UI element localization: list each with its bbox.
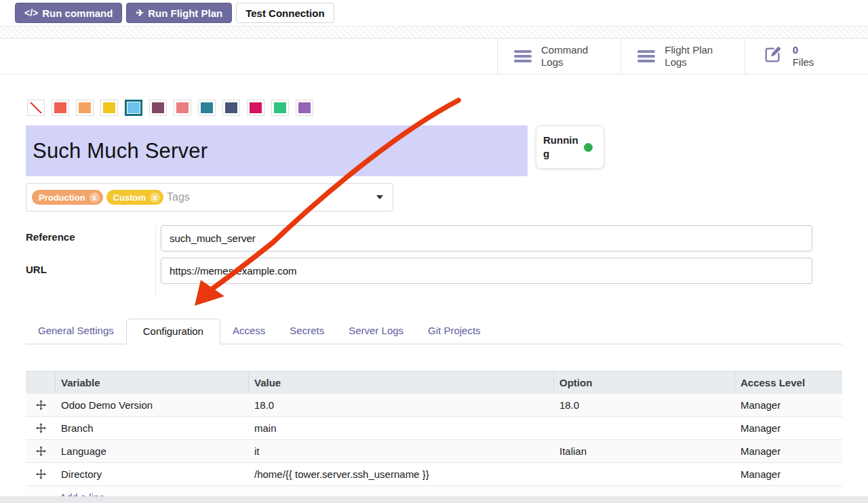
stat-button-group: Command Logs Flight Plan Logs 0 Files <box>497 39 868 74</box>
test-connection-button[interactable]: Test Connection <box>236 3 334 23</box>
dropdown-caret-icon[interactable] <box>376 195 383 199</box>
table-row[interactable]: Directory /home/{{ tower.server.ssh_user… <box>26 463 842 486</box>
code-icon: </> <box>24 7 38 18</box>
tag-remove-icon[interactable]: x <box>150 193 160 203</box>
flight-plan-logs-stat-button[interactable]: Flight Plan Logs <box>620 39 744 74</box>
reference-field-label: Reference <box>26 231 155 264</box>
stat-label-line2: Logs <box>541 56 564 68</box>
color-swatch-none[interactable] <box>27 100 45 116</box>
command-logs-stat-button[interactable]: Command Logs <box>497 39 620 74</box>
color-swatch[interactable] <box>222 100 240 116</box>
color-swatch[interactable] <box>52 100 69 116</box>
color-swatch[interactable] <box>174 100 191 116</box>
divider-strip <box>0 26 868 39</box>
table-row[interactable]: Language it Italian Manager <box>26 440 842 463</box>
cell-variable[interactable]: Branch <box>56 417 249 439</box>
tag-remove-icon[interactable]: x <box>90 193 100 203</box>
drag-handle-icon[interactable] <box>26 440 56 462</box>
color-swatch[interactable] <box>198 100 216 116</box>
record-title-field[interactable]: Such Much Server <box>26 125 528 176</box>
page-bottom-strip <box>0 496 868 503</box>
tab-general-settings[interactable]: General Settings <box>26 319 126 344</box>
list-icon <box>514 50 532 62</box>
record-fields: Reference URL <box>26 225 868 296</box>
cell-option[interactable]: Italian <box>554 440 735 462</box>
tab-git-projects[interactable]: Git Projects <box>416 319 493 344</box>
tag-label: Custom <box>113 193 146 203</box>
cell-value[interactable]: 18.0 <box>249 394 554 416</box>
color-swatch[interactable] <box>76 100 94 116</box>
run-command-label: Run command <box>42 7 113 19</box>
status-label: Running <box>543 134 578 161</box>
cell-access-level[interactable]: Manager <box>735 463 842 485</box>
form-sheet: Such Much Server Running Production x Cu… <box>0 100 868 503</box>
cell-option[interactable] <box>554 417 735 439</box>
cell-variable[interactable]: Directory <box>56 463 249 485</box>
tab-secrets[interactable]: Secrets <box>277 319 336 344</box>
stat-label-line1: Command <box>541 44 588 56</box>
edit-pencil-icon <box>762 44 783 68</box>
stat-label-line1: Flight Plan <box>665 44 713 56</box>
stat-label-line2: Logs <box>665 56 687 68</box>
color-swatch[interactable] <box>100 100 118 116</box>
column-header-access-level[interactable]: Access Level <box>735 371 842 394</box>
tag-label: Production <box>39 193 85 203</box>
cell-value[interactable]: /home/{{ tower.server.ssh_username }} <box>249 463 554 485</box>
tag-custom: Custom x <box>106 190 163 205</box>
files-count: 0 <box>793 44 814 56</box>
tab-server-logs[interactable]: Server Logs <box>336 319 416 344</box>
cell-option[interactable] <box>554 463 735 485</box>
cell-option[interactable]: 18.0 <box>554 394 735 416</box>
cell-value[interactable]: main <box>249 417 554 439</box>
run-command-button[interactable]: </> Run command <box>15 3 122 23</box>
reference-input[interactable] <box>161 225 812 252</box>
color-swatch[interactable] <box>247 100 264 116</box>
cell-access-level[interactable]: Manager <box>735 417 842 439</box>
cell-access-level[interactable]: Manager <box>735 440 842 462</box>
run-flight-plan-label: Run Flight Plan <box>148 7 222 19</box>
color-picker <box>27 100 868 116</box>
url-input[interactable] <box>161 258 812 284</box>
status-card[interactable]: Running <box>536 125 604 169</box>
configuration-table: Variable Value Option Access Level Odoo … <box>26 371 842 503</box>
list-icon <box>637 50 655 62</box>
cell-access-level[interactable]: Manager <box>735 394 842 416</box>
column-header-value[interactable]: Value <box>249 371 554 394</box>
form-header-band: Command Logs Flight Plan Logs 0 Files <box>0 39 868 75</box>
test-connection-label: Test Connection <box>245 7 324 19</box>
stat-label-line2: Files <box>793 56 814 68</box>
url-field-label: URL <box>26 264 155 296</box>
color-swatch[interactable] <box>296 100 313 116</box>
drag-handle-icon[interactable] <box>26 394 56 416</box>
page-title: Such Much Server <box>33 139 208 163</box>
color-swatch[interactable] <box>149 100 167 116</box>
files-stat-button[interactable]: 0 Files <box>745 39 868 74</box>
table-row[interactable]: Branch main Manager <box>26 417 842 440</box>
table-header-row: Variable Value Option Access Level <box>26 371 842 394</box>
tags-input[interactable]: Production x Custom x Tags <box>26 183 393 212</box>
color-swatch[interactable] <box>271 100 289 116</box>
tab-configuration[interactable]: Configuration <box>126 319 220 344</box>
handle-column-header <box>26 371 56 394</box>
cell-variable[interactable]: Odoo Demo Version <box>56 394 249 416</box>
tab-access[interactable]: Access <box>220 319 277 344</box>
column-header-option[interactable]: Option <box>554 371 735 394</box>
top-toolbar: </> Run command ✈ Run Flight Plan Test C… <box>0 0 868 26</box>
tag-production: Production x <box>32 190 103 205</box>
cell-value[interactable]: it <box>249 440 554 462</box>
status-dot-icon <box>584 143 593 152</box>
drag-handle-icon[interactable] <box>26 417 56 439</box>
notebook-tabs: General Settings Configuration Access Se… <box>26 319 842 344</box>
plane-icon: ✈ <box>136 7 144 18</box>
drag-handle-icon[interactable] <box>26 463 56 485</box>
color-swatch-selected[interactable] <box>125 100 142 116</box>
cell-variable[interactable]: Language <box>56 440 249 462</box>
table-row[interactable]: Odoo Demo Version 18.0 18.0 Manager <box>26 394 842 417</box>
tags-placeholder: Tags <box>167 191 190 203</box>
column-header-variable[interactable]: Variable <box>56 371 249 394</box>
run-flight-plan-button[interactable]: ✈ Run Flight Plan <box>126 3 232 23</box>
